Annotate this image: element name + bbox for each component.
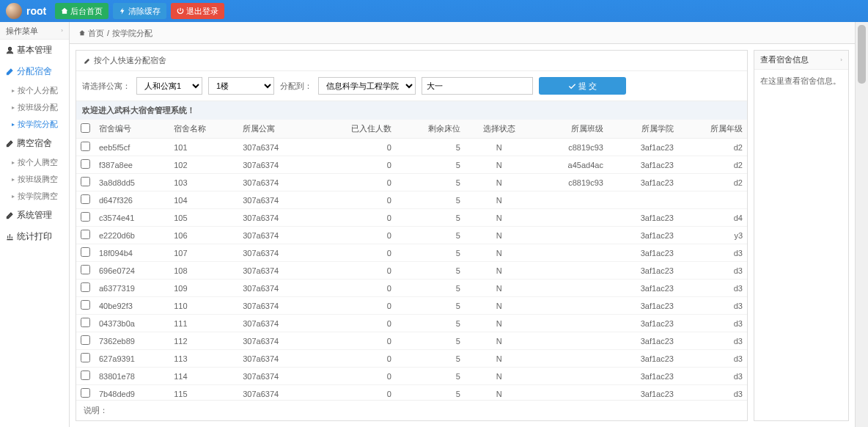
edit-icon (84, 57, 91, 65)
grade-input[interactable] (422, 77, 533, 95)
username: root (26, 5, 46, 17)
table-row[interactable]: 7b48ded9115307a637405N3af1ac23d3 (76, 385, 747, 401)
main-area: 首页 / 按学院分配 按个人快速分配宿舍 请选择公寓： 人和公寓1 1楼 分配到… (70, 22, 855, 427)
sidebar-item[interactable]: 按学院腾空 (0, 188, 69, 205)
clear-cache-button[interactable]: 清除缓存 (113, 3, 166, 19)
sidebar-title[interactable]: 操作菜单› (0, 22, 69, 40)
aside-title[interactable]: 查看宿舍信息› (754, 51, 848, 70)
table-row[interactable]: c3574e41105307a637405N3af1ac23d4 (76, 209, 747, 227)
row-checkbox[interactable] (81, 159, 90, 169)
main-panel: 按个人快速分配宿舍 请选择公寓： 人和公寓1 1楼 分配到： 信息科学与工程学院… (76, 50, 748, 421)
row-checkbox[interactable] (81, 265, 90, 274)
col-header[interactable]: 剩余床位 (396, 120, 465, 139)
edit-icon (6, 67, 14, 76)
row-checkbox[interactable] (81, 177, 90, 186)
sidebar: 操作菜单› 基本管理分配宿舍按个人分配按班级分配按学院分配腾空宿舍按个人腾空按班… (0, 22, 70, 427)
row-checkbox[interactable] (81, 194, 90, 204)
row-checkbox[interactable] (81, 142, 90, 151)
breadcrumb-home[interactable]: 首页 (88, 22, 104, 44)
chart-icon (6, 233, 14, 241)
top-bar: root 后台首页 清除缓存 退出登录 (0, 0, 868, 22)
table-row[interactable]: 40be92f3110307a637405N3af1ac23d3 (76, 297, 747, 315)
col-header[interactable]: 所属公寓 (238, 120, 313, 139)
col-header[interactable]: 宿舍名称 (169, 120, 238, 139)
chevron-right-icon: › (840, 56, 842, 63)
row-checkbox[interactable] (81, 300, 90, 310)
row-checkbox[interactable] (81, 212, 90, 222)
col-header[interactable]: 所属学院 (608, 120, 678, 139)
check-icon (568, 82, 576, 90)
college-select[interactable]: 信息科学与工程学院 (318, 77, 416, 95)
sidebar-item[interactable]: 按个人分配 (0, 82, 69, 99)
table-row[interactable]: d647f326104307a637405N (76, 191, 747, 209)
row-checkbox[interactable] (81, 388, 90, 398)
aside-tip: 在这里查看宿舍信息。 (754, 70, 848, 92)
col-header[interactable]: 选择状态 (465, 120, 534, 139)
scrollbar[interactable] (855, 22, 868, 427)
logout-button[interactable]: 退出登录 (171, 3, 224, 19)
sidebar-item[interactable]: 按班级分配 (0, 99, 69, 116)
edit-icon (6, 211, 14, 219)
table-row[interactable]: 7362eb89112307a637405N3af1ac23d3 (76, 332, 747, 350)
welcome-banner: 欢迎进入武科大宿舍管理系统！ (76, 101, 747, 120)
table-row[interactable]: 627a9391113307a637405N3af1ac23d3 (76, 350, 747, 368)
sidebar-group[interactable]: 系统管理 (0, 205, 69, 226)
table-row[interactable]: a6377319109307a637405N3af1ac23d3 (76, 280, 747, 297)
home-button[interactable]: 后台首页 (55, 3, 108, 19)
sidebar-group[interactable]: 腾空宿舍 (0, 133, 69, 154)
row-checkbox[interactable] (81, 335, 90, 345)
select-all-checkbox[interactable] (81, 123, 90, 133)
filter-label-assign: 分配到： (280, 81, 312, 92)
bolt-icon (119, 7, 126, 15)
table-row[interactable]: 696e0724108307a637405N3af1ac23d3 (76, 262, 747, 280)
sidebar-item[interactable]: 按学院分配 (0, 116, 69, 133)
row-checkbox[interactable] (81, 353, 90, 362)
power-icon (177, 7, 184, 15)
col-header[interactable]: 所属班级 (534, 120, 608, 139)
table-row[interactable]: 3a8d8dd5103307a637405Nc8819c933af1ac23d2 (76, 174, 747, 191)
row-checkbox[interactable] (81, 282, 90, 292)
home-icon (61, 7, 68, 15)
row-checkbox[interactable] (81, 230, 90, 239)
submit-button[interactable]: 提 交 (539, 77, 626, 95)
sidebar-group[interactable]: 基本管理 (0, 40, 69, 61)
sidebar-item[interactable]: 按个人腾空 (0, 154, 69, 171)
sidebar-group[interactable]: 分配宿舍 (0, 61, 69, 82)
breadcrumb-current: 按学院分配 (112, 22, 152, 44)
breadcrumb: 首页 / 按学院分配 (70, 22, 855, 44)
row-checkbox[interactable] (81, 371, 90, 380)
floor-select[interactable]: 1楼 (208, 77, 274, 95)
col-header[interactable]: 所属年级 (678, 120, 747, 139)
sidebar-item[interactable]: 按班级腾空 (0, 171, 69, 188)
user-icon (6, 46, 14, 54)
remark-label: 说明： (76, 400, 747, 420)
sidebar-group[interactable]: 统计打印 (0, 226, 69, 247)
row-checkbox[interactable] (81, 247, 90, 257)
table-row[interactable]: 83801e78114307a637405N3af1ac23d3 (76, 368, 747, 385)
avatar[interactable] (6, 3, 22, 19)
col-header[interactable]: 已入住人数 (313, 120, 395, 139)
edit-icon (6, 139, 14, 147)
apartment-select[interactable]: 人和公寓1 (136, 77, 202, 95)
home-icon (78, 29, 86, 37)
table-row[interactable]: e2220d6b106307a637405N3af1ac23y3 (76, 227, 747, 244)
dorm-table: 宿舍编号宿舍名称所属公寓已入住人数剩余床位选择状态所属班级所属学院所属年级 ee… (76, 120, 747, 400)
panel-title: 按个人快速分配宿舍 (76, 51, 747, 71)
table-row[interactable]: 18f094b4107307a637405N3af1ac23d3 (76, 244, 747, 262)
table-row[interactable]: eeb5f5cf101307a637405Nc8819c933af1ac23d2 (76, 139, 747, 156)
row-checkbox[interactable] (81, 318, 90, 327)
info-aside: 查看宿舍信息› 在这里查看宿舍信息。 (754, 50, 849, 421)
chevron-right-icon: › (61, 22, 63, 40)
filter-bar: 请选择公寓： 人和公寓1 1楼 分配到： 信息科学与工程学院 提 交 (76, 71, 747, 101)
col-header[interactable]: 宿舍编号 (95, 120, 169, 139)
table-row[interactable]: f387a8ee102307a637405Na45ad4ac3af1ac23d2 (76, 156, 747, 174)
table-row[interactable]: 04373b0a111307a637405N3af1ac23d3 (76, 315, 747, 332)
filter-label-apartment: 请选择公寓： (82, 81, 130, 92)
